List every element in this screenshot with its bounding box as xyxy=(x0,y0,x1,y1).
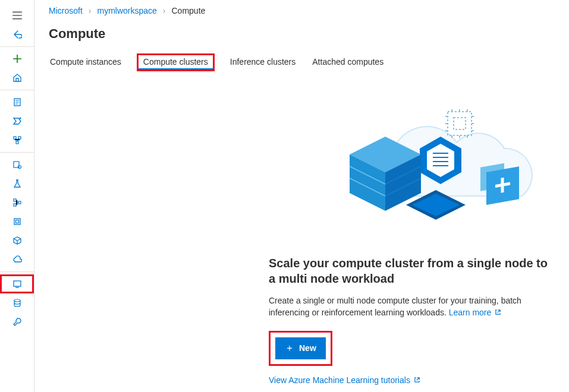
cloud-icon xyxy=(12,255,22,264)
illustration xyxy=(284,89,540,244)
sidebar-notebooks[interactable] xyxy=(0,93,34,112)
sidebar-endpoints[interactable] xyxy=(0,231,34,250)
tutorials-link[interactable]: View Azure Machine Learning tutorials xyxy=(269,375,420,385)
tab-compute-instances[interactable]: Compute instances xyxy=(49,53,122,71)
sidebar-automl[interactable] xyxy=(0,112,34,131)
datastore-icon xyxy=(12,298,22,308)
sidebar-datastores[interactable] xyxy=(0,293,34,312)
empty-state-description: Create a single or multi node compute cl… xyxy=(269,295,555,319)
page-title: Compute xyxy=(49,26,555,42)
plus-icon: ＋ xyxy=(285,342,294,355)
compute-icon xyxy=(12,279,22,289)
empty-state-headline: Scale your compute cluster from a single… xyxy=(269,255,555,286)
designer-icon xyxy=(12,135,22,145)
empty-state: Scale your compute cluster from a single… xyxy=(49,89,555,385)
main-content: Microsoft › mymlworkspace › Compute Comp… xyxy=(34,0,569,392)
svg-rect-10 xyxy=(14,219,20,225)
hamburger-icon xyxy=(12,10,23,21)
svg-point-1 xyxy=(19,118,21,119)
new-button[interactable]: ＋ New xyxy=(275,337,326,359)
svg-rect-15 xyxy=(454,118,466,129)
sidebar-back[interactable] xyxy=(0,25,34,44)
learn-more-link[interactable]: Learn more xyxy=(449,308,501,317)
pipelines-icon xyxy=(12,198,22,207)
svg-rect-9 xyxy=(18,201,21,204)
tab-inference-clusters[interactable]: Inference clusters xyxy=(229,53,297,71)
breadcrumb-link-microsoft[interactable]: Microsoft xyxy=(49,6,83,15)
notebook-icon xyxy=(12,97,22,107)
chevron-right-icon: › xyxy=(163,6,166,15)
svg-rect-12 xyxy=(14,281,21,286)
svg-rect-4 xyxy=(16,141,18,144)
sidebar-cloud[interactable] xyxy=(0,250,34,269)
wrench-icon xyxy=(12,317,22,327)
automl-icon xyxy=(12,116,22,126)
sidebar-models[interactable] xyxy=(0,212,34,231)
external-link-icon xyxy=(495,309,501,315)
breadcrumb-link-workspace[interactable]: mymlworkspace xyxy=(97,6,156,15)
sidebar-pipelines[interactable] xyxy=(0,193,34,212)
flask-icon xyxy=(12,179,22,188)
breadcrumb: Microsoft › mymlworkspace › Compute xyxy=(49,6,555,15)
external-link-icon xyxy=(414,377,420,383)
sidebar-menu-toggle[interactable] xyxy=(0,6,34,25)
tab-compute-clusters[interactable]: Compute clusters xyxy=(137,53,215,71)
svg-rect-7 xyxy=(14,199,16,201)
svg-rect-2 xyxy=(14,137,16,139)
sidebar-experiments[interactable] xyxy=(0,174,34,193)
sidebar-compute[interactable] xyxy=(0,274,34,293)
sidebar-designer[interactable] xyxy=(0,131,34,150)
tab-attached-computes[interactable]: Attached computes xyxy=(311,53,385,71)
home-icon xyxy=(12,73,22,83)
sidebar-home[interactable] xyxy=(0,68,34,87)
back-icon xyxy=(12,30,22,39)
svg-point-6 xyxy=(18,166,21,169)
sidebar-add[interactable] xyxy=(0,49,34,68)
cube-icon xyxy=(12,236,22,245)
svg-rect-11 xyxy=(15,220,18,223)
svg-point-13 xyxy=(14,299,20,302)
tabs: Compute instances Compute clusters Infer… xyxy=(49,53,555,71)
datasets-icon xyxy=(12,160,22,169)
plus-icon xyxy=(12,54,22,64)
sidebar xyxy=(0,0,34,392)
models-icon xyxy=(12,217,22,226)
svg-rect-14 xyxy=(448,112,471,135)
chevron-right-icon: › xyxy=(89,6,92,15)
sidebar-datasets[interactable] xyxy=(0,155,34,174)
svg-rect-8 xyxy=(14,204,16,206)
svg-rect-3 xyxy=(18,137,21,139)
breadcrumb-current: Compute xyxy=(172,6,206,15)
sidebar-environments[interactable] xyxy=(0,312,34,331)
svg-marker-42 xyxy=(412,194,460,216)
